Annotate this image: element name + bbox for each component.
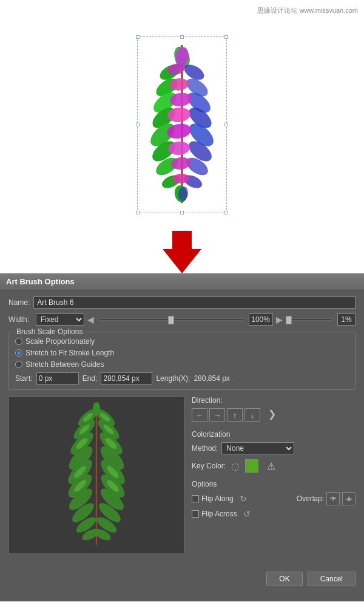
radio-stretch-guides-label: Stretch Between Guides bbox=[25, 360, 104, 369]
width-row: Width: Fixed Variable ◀ ▶ bbox=[8, 313, 356, 326]
flip-along-label: Flip Along bbox=[201, 494, 234, 503]
eyedropper-icon[interactable]: ◌ bbox=[231, 460, 240, 472]
name-row: Name: bbox=[8, 296, 356, 309]
flip-along-item: Flip Along bbox=[192, 494, 234, 503]
width-slider[interactable] bbox=[99, 318, 243, 321]
direction-label: Direction: bbox=[192, 396, 356, 405]
method-select[interactable]: None Tints Tints and Shades Hue Shift bbox=[221, 442, 294, 454]
radio-stretch-guides[interactable]: Stretch Between Guides bbox=[15, 360, 349, 369]
radio-scale-proportionately-btn[interactable] bbox=[15, 338, 22, 345]
dialog-titlebar: Art Brush Options bbox=[0, 273, 364, 290]
button-row: OK Cancel bbox=[0, 566, 364, 591]
radio-scale-proportionately[interactable]: Scale Proportionately bbox=[15, 337, 349, 346]
main-section: Direction: ← → ↑ ↓ ❯ Colorization Method… bbox=[8, 396, 356, 554]
flip-along-checkbox[interactable] bbox=[192, 495, 199, 502]
plant-illustration bbox=[140, 39, 224, 211]
red-arrow-icon bbox=[163, 231, 201, 273]
radio-stretch-guides-btn[interactable] bbox=[15, 361, 22, 368]
options-group: Options Flip Along ↻ Overlap: bbox=[192, 480, 356, 519]
width-label: Width: bbox=[8, 315, 29, 324]
direction-left-btn[interactable]: ← bbox=[192, 408, 207, 422]
overlap-btn-2[interactable] bbox=[342, 492, 356, 505]
colorization-label: Colorization bbox=[192, 430, 356, 439]
flip-across-cycle-icon: ↺ bbox=[243, 509, 251, 519]
key-color-label: Key Color: bbox=[192, 462, 226, 470]
flip-along-row: Flip Along ↻ Overlap: bbox=[192, 492, 356, 505]
length-value: 280,854 px bbox=[194, 374, 229, 383]
end-label: End: bbox=[83, 374, 98, 383]
direction-up-btn[interactable]: ↑ bbox=[227, 408, 243, 422]
cancel-button[interactable]: Cancel bbox=[308, 572, 356, 586]
overlap-btn-1[interactable] bbox=[326, 492, 340, 505]
width-arrow-right-icon[interactable]: ▶ bbox=[276, 315, 283, 324]
direction-group: Direction: ← → ↑ ↓ ❯ bbox=[192, 396, 356, 422]
controls-panel: Direction: ← → ↑ ↓ ❯ Colorization Method… bbox=[192, 396, 356, 554]
brush-preview bbox=[8, 396, 184, 554]
name-input[interactable] bbox=[33, 296, 356, 309]
overlap-label: Overlap: bbox=[297, 494, 324, 503]
method-label: Method: bbox=[192, 444, 218, 453]
start-input[interactable] bbox=[36, 372, 79, 385]
watermark: 思缘设计论坛 www.missvuan.com bbox=[257, 6, 358, 15]
brush-scale-title: Brush Scale Options bbox=[14, 327, 85, 336]
top-preview-area: 思缘设计论坛 www.missvuan.com bbox=[0, 0, 364, 231]
art-brush-options-dialog: Art Brush Options Name: Width: Fixed Var… bbox=[0, 273, 364, 601]
width-select[interactable]: Fixed Variable bbox=[36, 313, 84, 326]
direction-buttons-row: ← → ↑ ↓ ❯ bbox=[192, 408, 356, 422]
key-color-swatch[interactable] bbox=[245, 459, 258, 473]
radio-scale-proportionately-label: Scale Proportionately bbox=[25, 337, 95, 346]
flip-across-label: Flip Across bbox=[201, 510, 237, 518]
key-color-row: Key Color: ◌ ⚠ bbox=[192, 459, 356, 473]
width-slider-2[interactable] bbox=[288, 318, 332, 321]
direction-right-btn[interactable]: → bbox=[209, 408, 225, 422]
name-label: Name: bbox=[8, 298, 30, 307]
flip-across-row: Flip Across ↺ bbox=[192, 509, 356, 519]
flip-along-cycle-icon: ↻ bbox=[240, 494, 247, 504]
brush-scale-group: Brush Scale Options Scale Proportionatel… bbox=[8, 332, 356, 390]
width-arrow-left-icon[interactable]: ◀ bbox=[87, 315, 94, 324]
cursor-indicator: ❯ bbox=[268, 408, 276, 422]
svg-point-62 bbox=[93, 402, 100, 414]
direction-down-btn[interactable]: ↓ bbox=[244, 408, 260, 422]
width-pct-input[interactable] bbox=[249, 313, 273, 326]
ok-button[interactable]: OK bbox=[266, 572, 302, 586]
radio-stretch-fit[interactable]: Stretch to Fit Stroke Length bbox=[15, 349, 349, 357]
start-label: Start: bbox=[15, 374, 33, 383]
colorization-group: Colorization Method: None Tints Tints an… bbox=[192, 430, 356, 473]
radio-stretch-fit-btn[interactable] bbox=[15, 349, 22, 357]
overlap-section: Overlap: bbox=[297, 492, 356, 505]
flip-across-checkbox[interactable] bbox=[192, 510, 199, 518]
options-label: Options bbox=[192, 480, 356, 488]
radio-stretch-fit-label: Stretch to Fit Stroke Length bbox=[25, 349, 114, 357]
length-label: Length(X): bbox=[156, 374, 190, 383]
method-row: Method: None Tints Tints and Shades Hue … bbox=[192, 442, 356, 454]
end-input[interactable] bbox=[101, 372, 152, 385]
flip-across-item: Flip Across bbox=[192, 510, 237, 518]
start-end-row: Start: End: Length(X): 280,854 px bbox=[15, 372, 349, 385]
down-arrow-area bbox=[0, 231, 364, 273]
dialog-title: Art Brush Options bbox=[6, 277, 75, 286]
light-bulb-icon: ⚠ bbox=[267, 460, 275, 472]
width-pct-small-input[interactable] bbox=[337, 313, 356, 326]
